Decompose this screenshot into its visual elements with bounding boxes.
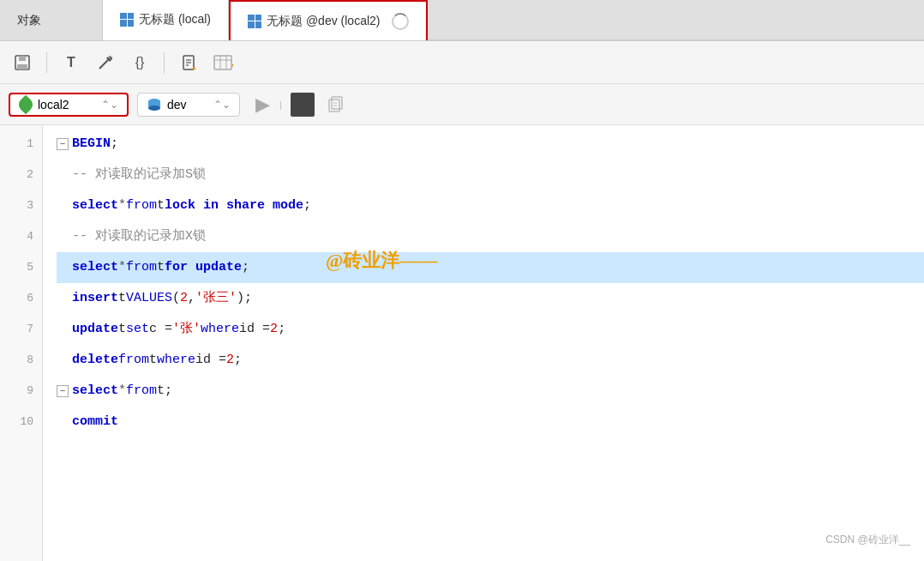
doc-button[interactable] [175, 49, 202, 76]
magic-button[interactable] [92, 49, 119, 76]
line-num-3: 3 [0, 190, 42, 221]
code-line-4: -- 对读取的记录加X锁 [57, 221, 924, 252]
braces-button[interactable]: {} [126, 49, 153, 76]
format-button[interactable]: T [57, 49, 85, 76]
tab-dev-label: 无标题 @dev (local2) [267, 14, 380, 29]
stop-button[interactable] [291, 93, 315, 117]
line-numbers: 1 2 3 4 5 6 7 8 9 10 [0, 125, 43, 561]
chevron-down-icon: ⌃⌄ [101, 99, 118, 111]
code-line-10: commit [57, 407, 924, 437]
connection-select-dev[interactable]: dev ⌃⌄ [137, 93, 240, 117]
watermark-text: CSDN @砖业洋__ [825, 534, 910, 546]
svg-line-5 [110, 56, 111, 58]
svg-rect-13 [214, 56, 231, 69]
code-line-2: -- 对读取的记录加S锁 [57, 160, 924, 190]
svg-point-20 [148, 106, 160, 111]
toolbar: T {} [0, 41, 924, 84]
tab-objects-label: 对象 [17, 13, 41, 28]
tab-objects[interactable]: 对象 [0, 0, 103, 40]
magic-icon [96, 53, 115, 72]
svg-line-3 [99, 60, 108, 69]
line-num-1: 1 [0, 129, 42, 160]
comment-1: -- 对读取的记录加S锁 [72, 160, 206, 190]
code-line-1: − BEGIN; [57, 129, 924, 160]
code-lines[interactable]: − BEGIN; -- 对读取的记录加S锁 select * from t lo… [43, 125, 924, 561]
watermark: CSDN @砖业洋__ [825, 531, 910, 547]
line-num-8: 8 [0, 345, 42, 376]
connection-select-local2[interactable]: local2 ⌃⌄ [9, 93, 129, 117]
line-num-5: 5 [0, 252, 42, 283]
chevron-down-icon-2: ⌃⌄ [213, 99, 231, 111]
connection-name: local2 [38, 98, 69, 112]
tab-local[interactable]: 无标题 (local) [103, 0, 229, 40]
table-button[interactable] [209, 49, 237, 76]
line-num-2: 2 [0, 160, 42, 190]
code-editor[interactable]: 1 2 3 4 5 6 7 8 9 10 − BEGIN; -- 对读取的记录加… [0, 125, 924, 561]
save-button[interactable] [9, 49, 36, 76]
code-line-5: select * from t for update; [57, 252, 924, 283]
line-num-4: 4 [0, 221, 42, 252]
tab-local-icon [120, 13, 134, 27]
svg-rect-2 [17, 64, 27, 69]
code-line-3: select * from t lock in share mode; [57, 190, 924, 221]
code-line-7: update t set c = '张' where id = 2; [57, 314, 924, 345]
tab-dev-icon [248, 15, 261, 28]
copy-results-button[interactable] [323, 91, 351, 118]
code-line-8: delete from t where id = 2; [57, 345, 924, 376]
keyword-begin: BEGIN [72, 129, 111, 160]
leaf-icon [16, 94, 36, 114]
connection-bar: local2 ⌃⌄ dev ⌃⌄ ▶ | [0, 84, 924, 125]
run-button[interactable]: ▶ [249, 91, 276, 118]
doc-icon [179, 53, 198, 72]
tab-dev[interactable]: 无标题 @dev (local2) [229, 0, 428, 40]
run-separator: | [279, 100, 282, 110]
separator-1 [46, 52, 47, 73]
table-icon [213, 53, 233, 72]
fold-icon-1[interactable]: − [57, 138, 69, 150]
fold-icon-9[interactable]: − [57, 385, 69, 397]
code-line-9: − select * from t; [57, 376, 924, 407]
copy-icon [327, 95, 346, 114]
tab-bar: 对象 无标题 (local) 无标题 @dev (local2) [0, 0, 924, 41]
tab-local-label: 无标题 (local) [139, 12, 211, 27]
main-window: 对象 无标题 (local) 无标题 @dev (local2) [0, 0, 924, 561]
save-icon [13, 53, 32, 72]
separator-2 [164, 52, 165, 73]
line-num-6: 6 [0, 283, 42, 314]
db-name: dev [167, 98, 187, 112]
tab-dev-spinner [392, 13, 409, 30]
db-icon [147, 97, 162, 112]
svg-rect-1 [19, 56, 26, 61]
line-num-9: 9 [0, 376, 42, 407]
code-line-6: insert t VALUES(2, '张三'); [57, 283, 924, 314]
line-num-10: 10 [0, 407, 42, 437]
comment-2: -- 对读取的记录加X锁 [72, 221, 206, 252]
line-num-7: 7 [0, 314, 42, 345]
